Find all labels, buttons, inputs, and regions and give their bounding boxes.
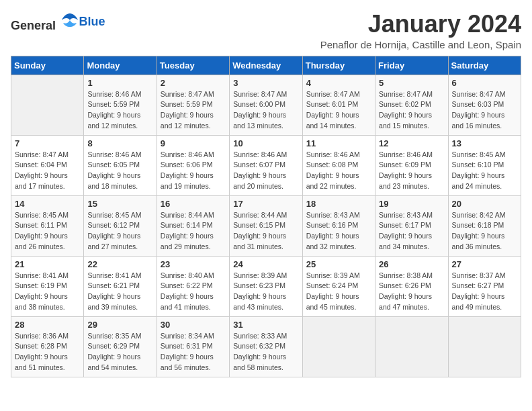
day-details: Sunrise: 8:47 AMSunset: 6:00 PMDaylight:… bbox=[233, 89, 298, 132]
day-details: Sunrise: 8:46 AMSunset: 6:05 PMDaylight:… bbox=[87, 150, 152, 192]
calendar-cell: 23Sunrise: 8:40 AMSunset: 6:22 PMDayligh… bbox=[157, 256, 229, 316]
calendar-table: SundayMondayTuesdayWednesdayThursdayFrid… bbox=[11, 56, 521, 377]
calendar-cell: 27Sunrise: 8:37 AMSunset: 6:27 PMDayligh… bbox=[448, 256, 521, 316]
day-number: 31 bbox=[233, 320, 298, 330]
calendar-cell: 25Sunrise: 8:39 AMSunset: 6:24 PMDayligh… bbox=[302, 256, 375, 316]
day-number: 29 bbox=[87, 320, 152, 330]
calendar-cell: 19Sunrise: 8:43 AMSunset: 6:17 PMDayligh… bbox=[375, 195, 448, 256]
calendar-week-row: 21Sunrise: 8:41 AMSunset: 6:19 PMDayligh… bbox=[11, 256, 521, 316]
day-number: 17 bbox=[233, 199, 298, 209]
day-number: 13 bbox=[452, 138, 517, 148]
day-number: 7 bbox=[15, 138, 80, 148]
day-details: Sunrise: 8:36 AMSunset: 6:28 PMDaylight:… bbox=[15, 331, 80, 373]
logo: General Blue bbox=[11, 11, 105, 33]
day-details: Sunrise: 8:46 AMSunset: 6:06 PMDaylight:… bbox=[161, 150, 226, 192]
day-details: Sunrise: 8:47 AMSunset: 5:59 PMDaylight:… bbox=[161, 89, 226, 132]
calendar-week-row: 14Sunrise: 8:45 AMSunset: 6:11 PMDayligh… bbox=[11, 195, 521, 256]
day-number: 19 bbox=[379, 199, 444, 209]
day-number: 26 bbox=[379, 259, 444, 269]
calendar-subtitle: Penaflor de Hornija, Castille and Leon, … bbox=[320, 39, 521, 50]
day-number: 20 bbox=[452, 199, 517, 209]
day-details: Sunrise: 8:41 AMSunset: 6:19 PMDaylight:… bbox=[15, 271, 80, 313]
day-details: Sunrise: 8:42 AMSunset: 6:18 PMDaylight:… bbox=[452, 210, 517, 253]
calendar-cell: 30Sunrise: 8:34 AMSunset: 6:31 PMDayligh… bbox=[157, 316, 229, 377]
day-details: Sunrise: 8:39 AMSunset: 6:24 PMDaylight:… bbox=[306, 271, 371, 313]
day-details: Sunrise: 8:34 AMSunset: 6:31 PMDaylight:… bbox=[161, 331, 226, 373]
day-number: 8 bbox=[87, 138, 152, 148]
calendar-week-row: 1Sunrise: 8:46 AMSunset: 5:59 PMDaylight… bbox=[11, 75, 521, 135]
day-details: Sunrise: 8:47 AMSunset: 6:04 PMDaylight:… bbox=[15, 150, 80, 192]
calendar-cell bbox=[302, 316, 375, 377]
day-number: 30 bbox=[161, 320, 226, 330]
day-details: Sunrise: 8:43 AMSunset: 6:16 PMDaylight:… bbox=[306, 210, 371, 253]
day-details: Sunrise: 8:37 AMSunset: 6:27 PMDaylight:… bbox=[452, 271, 517, 313]
day-details: Sunrise: 8:43 AMSunset: 6:17 PMDaylight:… bbox=[379, 210, 444, 253]
day-number: 3 bbox=[233, 78, 298, 88]
calendar-cell: 18Sunrise: 8:43 AMSunset: 6:16 PMDayligh… bbox=[302, 195, 375, 256]
day-details: Sunrise: 8:44 AMSunset: 6:15 PMDaylight:… bbox=[233, 210, 298, 253]
day-details: Sunrise: 8:38 AMSunset: 6:26 PMDaylight:… bbox=[379, 271, 444, 313]
logo-bird-icon bbox=[60, 11, 79, 30]
calendar-cell: 1Sunrise: 8:46 AMSunset: 5:59 PMDaylight… bbox=[84, 75, 157, 135]
day-details: Sunrise: 8:33 AMSunset: 6:32 PMDaylight:… bbox=[233, 331, 298, 373]
logo-blue-text: Blue bbox=[79, 15, 105, 29]
day-details: Sunrise: 8:40 AMSunset: 6:22 PMDaylight:… bbox=[161, 271, 226, 313]
day-details: Sunrise: 8:35 AMSunset: 6:29 PMDaylight:… bbox=[87, 331, 152, 373]
day-number: 11 bbox=[306, 138, 371, 148]
calendar-cell bbox=[11, 75, 84, 135]
day-number: 16 bbox=[161, 199, 226, 209]
column-header-wednesday: Wednesday bbox=[230, 56, 302, 75]
calendar-cell: 28Sunrise: 8:36 AMSunset: 6:28 PMDayligh… bbox=[11, 316, 84, 377]
calendar-cell: 9Sunrise: 8:46 AMSunset: 6:06 PMDaylight… bbox=[157, 135, 229, 195]
day-number: 10 bbox=[233, 138, 298, 148]
day-details: Sunrise: 8:46 AMSunset: 6:09 PMDaylight:… bbox=[379, 150, 444, 192]
calendar-title: January 2024 bbox=[320, 11, 521, 38]
calendar-cell: 8Sunrise: 8:46 AMSunset: 6:05 PMDaylight… bbox=[84, 135, 157, 195]
day-details: Sunrise: 8:47 AMSunset: 6:03 PMDaylight:… bbox=[452, 89, 517, 132]
day-number: 28 bbox=[15, 320, 80, 330]
header: General Blue January 2024 Penaflor de Ho… bbox=[11, 11, 521, 50]
day-details: Sunrise: 8:39 AMSunset: 6:23 PMDaylight:… bbox=[233, 271, 298, 313]
day-details: Sunrise: 8:45 AMSunset: 6:11 PMDaylight:… bbox=[15, 210, 80, 253]
calendar-cell: 31Sunrise: 8:33 AMSunset: 6:32 PMDayligh… bbox=[230, 316, 302, 377]
day-number: 22 bbox=[87, 259, 152, 269]
day-number: 21 bbox=[15, 259, 80, 269]
calendar-cell: 21Sunrise: 8:41 AMSunset: 6:19 PMDayligh… bbox=[11, 256, 84, 316]
day-number: 23 bbox=[161, 259, 226, 269]
calendar-header-row: SundayMondayTuesdayWednesdayThursdayFrid… bbox=[11, 56, 521, 75]
day-number: 2 bbox=[161, 78, 226, 88]
calendar-cell bbox=[448, 316, 521, 377]
calendar-cell: 15Sunrise: 8:45 AMSunset: 6:12 PMDayligh… bbox=[84, 195, 157, 256]
calendar-cell: 11Sunrise: 8:46 AMSunset: 6:08 PMDayligh… bbox=[302, 135, 375, 195]
calendar-cell: 12Sunrise: 8:46 AMSunset: 6:09 PMDayligh… bbox=[375, 135, 448, 195]
day-number: 25 bbox=[306, 259, 371, 269]
calendar-cell: 17Sunrise: 8:44 AMSunset: 6:15 PMDayligh… bbox=[230, 195, 302, 256]
day-details: Sunrise: 8:45 AMSunset: 6:10 PMDaylight:… bbox=[452, 150, 517, 192]
day-number: 6 bbox=[452, 78, 517, 88]
calendar-cell: 16Sunrise: 8:44 AMSunset: 6:14 PMDayligh… bbox=[157, 195, 229, 256]
column-header-saturday: Saturday bbox=[448, 56, 521, 75]
day-details: Sunrise: 8:46 AMSunset: 5:59 PMDaylight:… bbox=[87, 89, 152, 132]
day-number: 12 bbox=[379, 138, 444, 148]
day-number: 14 bbox=[15, 199, 80, 209]
calendar-cell: 29Sunrise: 8:35 AMSunset: 6:29 PMDayligh… bbox=[84, 316, 157, 377]
day-number: 1 bbox=[87, 78, 152, 88]
day-number: 18 bbox=[306, 199, 371, 209]
day-details: Sunrise: 8:47 AMSunset: 6:01 PMDaylight:… bbox=[306, 89, 371, 132]
calendar-cell: 4Sunrise: 8:47 AMSunset: 6:01 PMDaylight… bbox=[302, 75, 375, 135]
calendar-cell: 7Sunrise: 8:47 AMSunset: 6:04 PMDaylight… bbox=[11, 135, 84, 195]
calendar-cell: 6Sunrise: 8:47 AMSunset: 6:03 PMDaylight… bbox=[448, 75, 521, 135]
calendar-cell: 14Sunrise: 8:45 AMSunset: 6:11 PMDayligh… bbox=[11, 195, 84, 256]
day-number: 9 bbox=[161, 138, 226, 148]
day-number: 24 bbox=[233, 259, 298, 269]
column-header-monday: Monday bbox=[84, 56, 157, 75]
column-header-thursday: Thursday bbox=[302, 56, 375, 75]
day-number: 4 bbox=[306, 78, 371, 88]
calendar-cell: 3Sunrise: 8:47 AMSunset: 6:00 PMDaylight… bbox=[230, 75, 302, 135]
day-number: 5 bbox=[379, 78, 444, 88]
calendar-week-row: 7Sunrise: 8:47 AMSunset: 6:04 PMDaylight… bbox=[11, 135, 521, 195]
day-number: 15 bbox=[87, 199, 152, 209]
column-header-sunday: Sunday bbox=[11, 56, 84, 75]
day-details: Sunrise: 8:41 AMSunset: 6:21 PMDaylight:… bbox=[87, 271, 152, 313]
title-area: January 2024 Penaflor de Hornija, Castil… bbox=[320, 11, 521, 50]
